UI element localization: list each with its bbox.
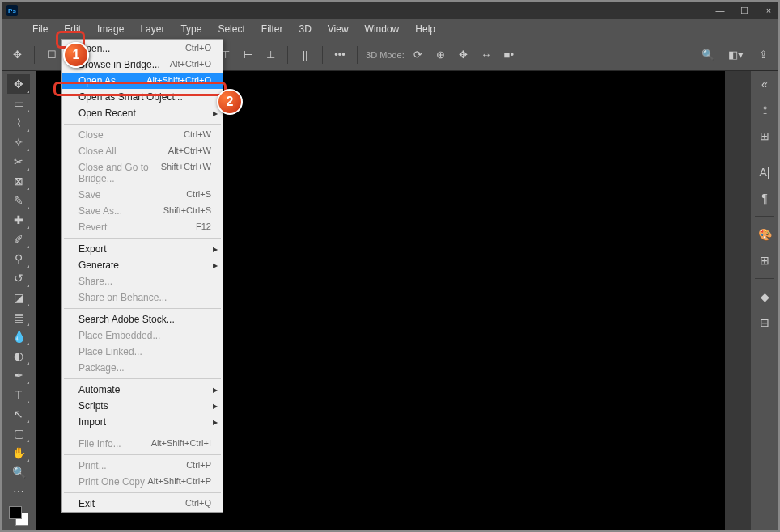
distrib-h-icon[interactable]: || [296, 46, 314, 64]
menu-item-save[interactable]: Save Ctrl+S [62, 187, 223, 203]
menu-item-close-all[interactable]: Close All Alt+Ctrl+W [62, 143, 223, 159]
zoom-tool[interactable]: 🔍 [7, 462, 30, 482]
distribute-bot-icon[interactable]: ⊥ [261, 46, 279, 64]
close-window-button[interactable]: × [764, 6, 774, 16]
menu-item-export[interactable]: Export ▶ [62, 241, 223, 257]
align-panel-icon[interactable]: ⊞ [755, 126, 774, 146]
menu-layer[interactable]: Layer [132, 20, 172, 38]
menu-item-import[interactable]: Import ▶ [62, 414, 223, 430]
healing-brush-tool[interactable]: ✚ [7, 210, 30, 230]
menu-item-search-stock[interactable]: Search Adobe Stock... [62, 311, 223, 327]
maximize-button[interactable]: ☐ [740, 6, 749, 16]
annotation-marker-2: 2 [217, 89, 243, 115]
camera-icon[interactable]: ■• [500, 46, 518, 64]
menu-window[interactable]: Window [357, 20, 408, 38]
paragraph-panel-icon[interactable]: ¶ [755, 188, 774, 208]
edit-toolbar-button[interactable]: ⋯ [7, 482, 30, 501]
eraser-tool[interactable]: ◪ [7, 288, 30, 307]
menu-item-shortcut: Ctrl+O [185, 43, 211, 54]
brush-tool[interactable]: ✐ [7, 230, 30, 249]
menu-help[interactable]: Help [407, 20, 443, 38]
menu-item-label: Save [78, 189, 100, 201]
menu-file[interactable]: File [24, 20, 56, 38]
menu-item-shortcut: Alt+Ctrl+O [170, 59, 211, 70]
menu-item-share[interactable]: Share... [62, 273, 223, 289]
menu-item-generate[interactable]: Generate ▶ [62, 257, 223, 273]
menu-edit[interactable]: Edit [56, 20, 89, 38]
menu-3d[interactable]: 3D [290, 20, 319, 38]
menu-item-place-embedded[interactable]: Place Embedded... [62, 327, 223, 344]
submenu-arrow-icon: ▶ [213, 110, 218, 117]
blur-tool[interactable]: 💧 [7, 327, 30, 346]
type-tool[interactable]: T [7, 385, 30, 404]
menu-item-label: Share... [78, 276, 112, 287]
workspace-icon[interactable]: ◧▾ [727, 46, 744, 64]
lasso-tool[interactable]: ⌇ [7, 113, 30, 133]
menu-item-file-info[interactable]: File Info... Alt+Shift+Ctrl+I [62, 436, 223, 452]
menu-item-print[interactable]: Print... Ctrl+P [62, 458, 223, 474]
menu-image[interactable]: Image [89, 20, 132, 38]
share-icon[interactable]: ⇪ [754, 46, 772, 64]
collapsed-panel-gutter[interactable] [725, 71, 751, 530]
menu-item-exit[interactable]: Exit Ctrl+Q [62, 496, 223, 512]
path-select-tool[interactable]: ↖ [7, 404, 30, 424]
menu-filter[interactable]: Filter [253, 20, 291, 38]
menu-view[interactable]: View [320, 20, 357, 38]
tool-preset-icon[interactable]: ✥ [8, 46, 26, 64]
menu-item-save-as[interactable]: Save As... Shift+Ctrl+S [62, 203, 223, 219]
rectangle-tool[interactable]: ▢ [7, 424, 30, 443]
roll-icon[interactable]: ⊕ [432, 46, 450, 64]
menu-item-automate[interactable]: Automate ▶ [62, 382, 223, 398]
move-tool[interactable]: ✥ [7, 74, 30, 94]
distribute-mid-icon[interactable]: ⊢ [239, 46, 256, 64]
expand-panel-icon[interactable]: « [755, 74, 774, 94]
pen-tool[interactable]: ✒ [7, 365, 30, 385]
menu-item-label: Close All [78, 146, 117, 157]
menu-item-label: Print... [78, 460, 107, 471]
magic-wand-tool[interactable]: ✧ [7, 133, 30, 152]
menu-item-shortcut: Shift+Ctrl+S [163, 205, 211, 217]
more-align-icon[interactable]: ••• [331, 46, 349, 64]
character-panel-icon[interactable]: A| [755, 163, 774, 182]
swatches-panel-icon[interactable]: ⊞ [755, 251, 774, 270]
ruler-panel-icon[interactable]: ⟟ [755, 100, 774, 120]
hand-tool[interactable]: ✋ [7, 443, 30, 462]
dodge-tool[interactable]: ◐ [7, 346, 30, 365]
menu-item-open-recent[interactable]: Open Recent ▶ [62, 105, 223, 121]
menu-type[interactable]: Type [172, 20, 210, 38]
menu-item-place-linked[interactable]: Place Linked... [62, 344, 223, 360]
minimize-button[interactable]: — [715, 6, 725, 16]
menu-item-package[interactable]: Package... [62, 360, 223, 376]
menu-item-label: Search Adobe Stock... [78, 314, 175, 325]
search-icon[interactable]: 🔍 [699, 46, 717, 64]
menu-item-scripts[interactable]: Scripts ▶ [62, 398, 223, 414]
frame-tool[interactable]: ⊠ [7, 171, 30, 191]
menu-item-print-one[interactable]: Print One Copy Alt+Shift+Ctrl+P [62, 474, 223, 490]
slide-icon[interactable]: ↔ [477, 46, 495, 64]
titlebar: Ps — ☐ × [2, 2, 778, 19]
menu-item-label: Browse in Bridge... [78, 59, 160, 70]
layers-panel-icon[interactable]: ◆ [755, 287, 774, 306]
menu-item-revert[interactable]: Revert F12 [62, 219, 223, 235]
crop-tool[interactable]: ✂ [7, 152, 30, 171]
gradient-tool[interactable]: ▤ [7, 307, 30, 327]
pan-icon[interactable]: ✥ [455, 46, 473, 64]
menu-select[interactable]: Select [210, 20, 252, 38]
history-brush-tool[interactable]: ↺ [7, 268, 30, 288]
adjustments-panel-icon[interactable]: ⊟ [755, 313, 774, 332]
menu-item-open-as[interactable]: Open As... Alt+Shift+Ctrl+O [62, 73, 223, 89]
auto-select-check[interactable]: ☐ [43, 46, 61, 64]
menu-item-open-smart[interactable]: Open as Smart Object... [62, 89, 223, 105]
menu-item-label: Print One Copy [78, 476, 145, 488]
menu-item-close-bridge[interactable]: Close and Go to Bridge... Shift+Ctrl+W [62, 159, 223, 187]
eyedropper-tool[interactable]: ✎ [7, 191, 30, 210]
fg-color-icon[interactable] [9, 506, 22, 519]
menu-item-close[interactable]: Close Ctrl+W [62, 127, 223, 143]
color-panel-icon[interactable]: 🎨 [755, 225, 774, 244]
menu-item-behance[interactable]: Share on Behance... [62, 289, 223, 306]
orbit-icon[interactable]: ⟳ [409, 46, 427, 64]
clone-stamp-tool[interactable]: ⚲ [7, 249, 30, 268]
marquee-tool[interactable]: ▭ [7, 94, 30, 113]
menu-item-shortcut: Ctrl+P [186, 460, 211, 471]
color-swatch[interactable] [9, 506, 28, 526]
